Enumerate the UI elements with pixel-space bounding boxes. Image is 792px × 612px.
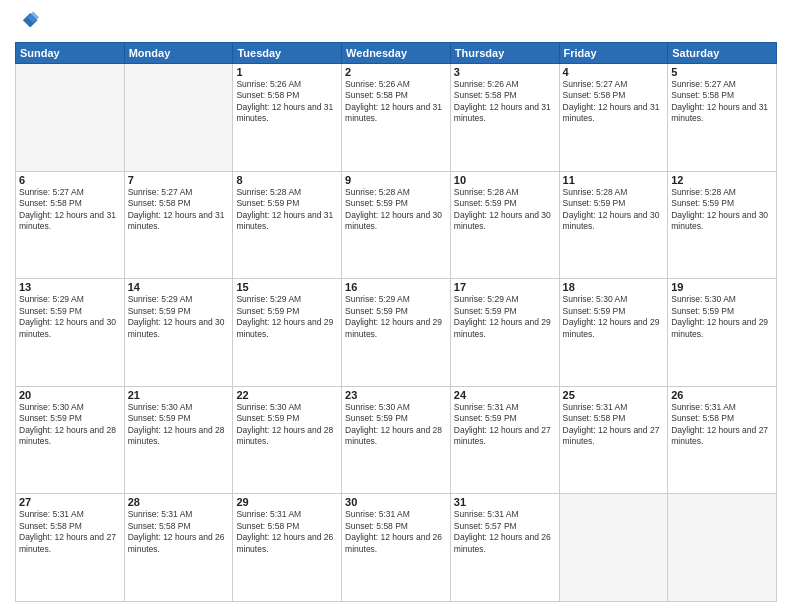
calendar-day-cell: 23Sunrise: 5:30 AMSunset: 5:59 PMDayligh… [342,386,451,494]
calendar-day-cell: 27Sunrise: 5:31 AMSunset: 5:58 PMDayligh… [16,494,125,602]
calendar-header-row: SundayMondayTuesdayWednesdayThursdayFrid… [16,43,777,64]
day-number: 10 [454,174,556,186]
calendar-header-friday: Friday [559,43,668,64]
day-number: 15 [236,281,338,293]
day-number: 28 [128,496,230,508]
day-number: 11 [563,174,665,186]
day-info: Sunrise: 5:30 AMSunset: 5:59 PMDaylight:… [19,402,121,448]
calendar-day-cell: 24Sunrise: 5:31 AMSunset: 5:59 PMDayligh… [450,386,559,494]
calendar-week-row: 6Sunrise: 5:27 AMSunset: 5:58 PMDaylight… [16,171,777,279]
day-info: Sunrise: 5:31 AMSunset: 5:58 PMDaylight:… [19,509,121,555]
day-info: Sunrise: 5:31 AMSunset: 5:58 PMDaylight:… [563,402,665,448]
calendar-day-cell: 16Sunrise: 5:29 AMSunset: 5:59 PMDayligh… [342,279,451,387]
calendar-day-cell: 6Sunrise: 5:27 AMSunset: 5:58 PMDaylight… [16,171,125,279]
logo [15,10,39,36]
day-number: 21 [128,389,230,401]
calendar-week-row: 13Sunrise: 5:29 AMSunset: 5:59 PMDayligh… [16,279,777,387]
day-info: Sunrise: 5:31 AMSunset: 5:57 PMDaylight:… [454,509,556,555]
day-number: 14 [128,281,230,293]
day-number: 23 [345,389,447,401]
calendar-day-cell: 12Sunrise: 5:28 AMSunset: 5:59 PMDayligh… [668,171,777,279]
day-number: 7 [128,174,230,186]
day-info: Sunrise: 5:31 AMSunset: 5:58 PMDaylight:… [236,509,338,555]
calendar-day-cell: 11Sunrise: 5:28 AMSunset: 5:59 PMDayligh… [559,171,668,279]
day-info: Sunrise: 5:30 AMSunset: 5:59 PMDaylight:… [345,402,447,448]
calendar-day-cell: 3Sunrise: 5:26 AMSunset: 5:58 PMDaylight… [450,64,559,172]
day-info: Sunrise: 5:30 AMSunset: 5:59 PMDaylight:… [563,294,665,340]
calendar-header-wednesday: Wednesday [342,43,451,64]
day-number: 5 [671,66,773,78]
calendar-day-cell: 25Sunrise: 5:31 AMSunset: 5:58 PMDayligh… [559,386,668,494]
calendar-header-saturday: Saturday [668,43,777,64]
day-info: Sunrise: 5:29 AMSunset: 5:59 PMDaylight:… [345,294,447,340]
day-number: 17 [454,281,556,293]
day-info: Sunrise: 5:28 AMSunset: 5:59 PMDaylight:… [454,187,556,233]
day-info: Sunrise: 5:29 AMSunset: 5:59 PMDaylight:… [19,294,121,340]
calendar-day-cell: 15Sunrise: 5:29 AMSunset: 5:59 PMDayligh… [233,279,342,387]
calendar-day-cell: 4Sunrise: 5:27 AMSunset: 5:58 PMDaylight… [559,64,668,172]
day-number: 16 [345,281,447,293]
day-number: 26 [671,389,773,401]
day-info: Sunrise: 5:29 AMSunset: 5:59 PMDaylight:… [454,294,556,340]
day-number: 20 [19,389,121,401]
day-number: 30 [345,496,447,508]
day-info: Sunrise: 5:27 AMSunset: 5:58 PMDaylight:… [563,79,665,125]
calendar-day-cell: 26Sunrise: 5:31 AMSunset: 5:58 PMDayligh… [668,386,777,494]
calendar-day-cell: 18Sunrise: 5:30 AMSunset: 5:59 PMDayligh… [559,279,668,387]
day-number: 29 [236,496,338,508]
day-info: Sunrise: 5:29 AMSunset: 5:59 PMDaylight:… [236,294,338,340]
calendar-day-cell: 28Sunrise: 5:31 AMSunset: 5:58 PMDayligh… [124,494,233,602]
day-number: 3 [454,66,556,78]
calendar-day-cell: 31Sunrise: 5:31 AMSunset: 5:57 PMDayligh… [450,494,559,602]
calendar-day-cell: 17Sunrise: 5:29 AMSunset: 5:59 PMDayligh… [450,279,559,387]
day-info: Sunrise: 5:30 AMSunset: 5:59 PMDaylight:… [128,402,230,448]
page: SundayMondayTuesdayWednesdayThursdayFrid… [0,0,792,612]
calendar-day-cell: 9Sunrise: 5:28 AMSunset: 5:59 PMDaylight… [342,171,451,279]
day-number: 1 [236,66,338,78]
calendar-day-cell: 29Sunrise: 5:31 AMSunset: 5:58 PMDayligh… [233,494,342,602]
calendar-day-cell: 30Sunrise: 5:31 AMSunset: 5:58 PMDayligh… [342,494,451,602]
day-info: Sunrise: 5:28 AMSunset: 5:59 PMDaylight:… [563,187,665,233]
day-number: 31 [454,496,556,508]
day-info: Sunrise: 5:31 AMSunset: 5:59 PMDaylight:… [454,402,556,448]
day-number: 8 [236,174,338,186]
day-info: Sunrise: 5:26 AMSunset: 5:58 PMDaylight:… [236,79,338,125]
header [15,10,777,36]
calendar-week-row: 27Sunrise: 5:31 AMSunset: 5:58 PMDayligh… [16,494,777,602]
calendar-day-cell: 21Sunrise: 5:30 AMSunset: 5:59 PMDayligh… [124,386,233,494]
day-number: 22 [236,389,338,401]
calendar-day-cell: 10Sunrise: 5:28 AMSunset: 5:59 PMDayligh… [450,171,559,279]
day-info: Sunrise: 5:31 AMSunset: 5:58 PMDaylight:… [671,402,773,448]
day-number: 25 [563,389,665,401]
calendar-header-monday: Monday [124,43,233,64]
calendar-table: SundayMondayTuesdayWednesdayThursdayFrid… [15,42,777,602]
day-number: 2 [345,66,447,78]
calendar-day-cell: 5Sunrise: 5:27 AMSunset: 5:58 PMDaylight… [668,64,777,172]
calendar-day-cell: 14Sunrise: 5:29 AMSunset: 5:59 PMDayligh… [124,279,233,387]
day-number: 6 [19,174,121,186]
day-info: Sunrise: 5:31 AMSunset: 5:58 PMDaylight:… [128,509,230,555]
logo-icon [17,10,39,32]
calendar-header-sunday: Sunday [16,43,125,64]
calendar-day-cell: 22Sunrise: 5:30 AMSunset: 5:59 PMDayligh… [233,386,342,494]
day-info: Sunrise: 5:29 AMSunset: 5:59 PMDaylight:… [128,294,230,340]
day-info: Sunrise: 5:26 AMSunset: 5:58 PMDaylight:… [454,79,556,125]
day-info: Sunrise: 5:28 AMSunset: 5:59 PMDaylight:… [236,187,338,233]
calendar-day-cell: 2Sunrise: 5:26 AMSunset: 5:58 PMDaylight… [342,64,451,172]
calendar-day-cell: 8Sunrise: 5:28 AMSunset: 5:59 PMDaylight… [233,171,342,279]
day-info: Sunrise: 5:28 AMSunset: 5:59 PMDaylight:… [345,187,447,233]
day-number: 24 [454,389,556,401]
day-info: Sunrise: 5:30 AMSunset: 5:59 PMDaylight:… [236,402,338,448]
day-number: 18 [563,281,665,293]
day-info: Sunrise: 5:27 AMSunset: 5:58 PMDaylight:… [19,187,121,233]
calendar-week-row: 20Sunrise: 5:30 AMSunset: 5:59 PMDayligh… [16,386,777,494]
calendar-header-tuesday: Tuesday [233,43,342,64]
calendar-day-cell [668,494,777,602]
calendar-week-row: 1Sunrise: 5:26 AMSunset: 5:58 PMDaylight… [16,64,777,172]
calendar-day-cell [559,494,668,602]
calendar-day-cell: 19Sunrise: 5:30 AMSunset: 5:59 PMDayligh… [668,279,777,387]
day-info: Sunrise: 5:26 AMSunset: 5:58 PMDaylight:… [345,79,447,125]
calendar-header-thursday: Thursday [450,43,559,64]
calendar-day-cell [16,64,125,172]
calendar-day-cell: 1Sunrise: 5:26 AMSunset: 5:58 PMDaylight… [233,64,342,172]
